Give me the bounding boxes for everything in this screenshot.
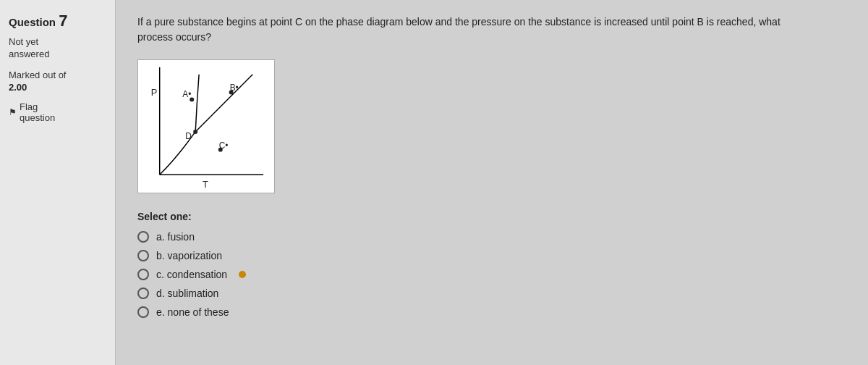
marked-value: 2.00 xyxy=(9,82,106,93)
option-b[interactable]: b. vaporization xyxy=(137,250,846,261)
option-c-label: c. condensation xyxy=(156,269,227,280)
status-text: Not yet xyxy=(9,36,38,47)
radio-a[interactable] xyxy=(137,231,149,243)
option-e[interactable]: e. none of these xyxy=(137,306,846,318)
question-text: If a pure substance begins at point C on… xyxy=(137,14,788,45)
selected-dot-marker xyxy=(239,271,246,278)
option-b-label: b. vaporization xyxy=(156,250,222,261)
select-one-label: Select one: xyxy=(137,211,846,222)
svg-rect-0 xyxy=(138,60,274,193)
radio-d[interactable] xyxy=(137,288,149,299)
options-list: a. fusion b. vaporization c. condensatio… xyxy=(137,231,846,318)
option-e-label: e. none of these xyxy=(156,306,229,318)
radio-c[interactable] xyxy=(137,269,149,280)
main-content: If a pure substance begins at point C on… xyxy=(116,0,868,365)
flag-question-button[interactable]: ⚑ Flag question xyxy=(9,101,106,123)
svg-text:T: T xyxy=(203,179,208,190)
radio-e[interactable] xyxy=(137,306,149,318)
radio-b[interactable] xyxy=(137,250,149,261)
svg-text:P: P xyxy=(151,87,158,98)
question-label-text: Question xyxy=(9,16,56,28)
status-text2: answered xyxy=(9,49,49,59)
sidebar: Question 7 Not yet answered Marked out o… xyxy=(0,0,116,365)
flag-label: Flag question xyxy=(20,101,55,123)
option-d[interactable]: d. sublimation xyxy=(137,288,846,299)
option-a-label: a. fusion xyxy=(156,231,195,243)
phase-diagram-svg: P T A• B• D C• xyxy=(138,60,274,193)
option-c[interactable]: c. condensation xyxy=(137,269,846,280)
flag-icon: ⚑ xyxy=(9,107,17,117)
svg-text:B•: B• xyxy=(230,83,239,93)
phase-diagram: P T A• B• D C• xyxy=(137,59,275,193)
svg-text:A•: A• xyxy=(182,89,191,99)
marked-out-label: Marked out of xyxy=(9,70,106,80)
question-number: 7 xyxy=(59,12,67,30)
option-a[interactable]: a. fusion xyxy=(137,231,846,243)
marked-label-text: Marked out of xyxy=(9,70,67,80)
question-label: Question 7 xyxy=(9,12,106,30)
svg-text:D: D xyxy=(185,131,192,141)
svg-text:C•: C• xyxy=(219,140,229,151)
not-yet-answered: Not yet answered xyxy=(9,36,106,61)
option-d-label: d. sublimation xyxy=(156,288,218,299)
flag-label-text: Flag xyxy=(20,101,38,112)
flag-label2-text: question xyxy=(20,112,55,123)
svg-point-9 xyxy=(193,130,197,134)
